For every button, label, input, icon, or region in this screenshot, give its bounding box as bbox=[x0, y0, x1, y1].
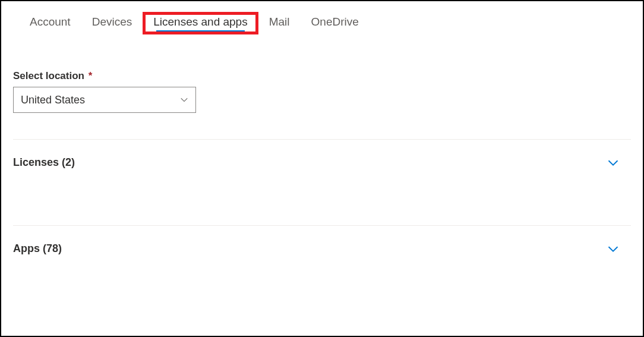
tab-mail[interactable]: Mail bbox=[258, 12, 301, 34]
tab-bar: Account Devices Licenses and apps Mail O… bbox=[1, 1, 643, 34]
location-label-text: Select location bbox=[13, 70, 84, 81]
location-label: Select location * bbox=[13, 70, 631, 82]
location-dropdown-value: United States bbox=[21, 94, 85, 106]
section-apps-title: Apps (78) bbox=[13, 242, 62, 255]
tab-licenses-and-apps[interactable]: Licenses and apps bbox=[143, 12, 258, 34]
tab-devices[interactable]: Devices bbox=[81, 12, 143, 34]
location-dropdown[interactable]: United States bbox=[13, 87, 196, 113]
section-licenses-title: Licenses (2) bbox=[13, 156, 75, 169]
chevron-down-icon bbox=[180, 96, 188, 104]
chevron-down-icon bbox=[607, 157, 619, 169]
section-apps[interactable]: Apps (78) bbox=[13, 225, 631, 255]
tab-account[interactable]: Account bbox=[19, 12, 81, 34]
chevron-down-icon bbox=[607, 243, 619, 255]
tab-onedrive[interactable]: OneDrive bbox=[301, 12, 370, 34]
content-area: Select location * United States Licenses… bbox=[1, 34, 643, 255]
section-licenses[interactable]: Licenses (2) bbox=[13, 139, 631, 169]
required-asterisk: * bbox=[89, 70, 93, 81]
